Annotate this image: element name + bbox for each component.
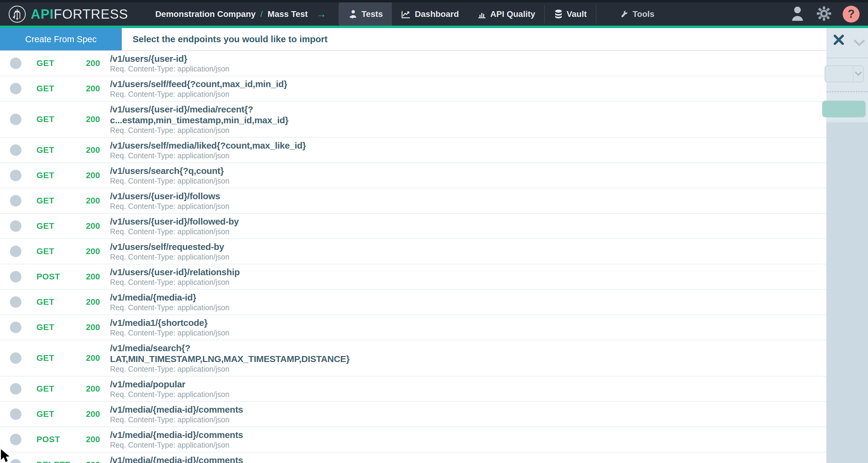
endpoint-row[interactable]: GET 200 /v1/media1/{shortcode} Req. Cont…: [0, 315, 827, 340]
breadcrumb-company[interactable]: Demonstration Company: [155, 9, 255, 19]
panel-select-area: [827, 58, 868, 91]
top-nav-bar: APIFORTRESS Demonstration Company / Mass…: [0, 0, 868, 26]
endpoint-row[interactable]: GET 200 /v1/users/search{?q,count} Req. …: [0, 163, 827, 188]
endpoint-select-radio[interactable]: [10, 58, 22, 69]
endpoint-path: /v1/media/{media-id}/comments: [110, 430, 790, 440]
accent-bar: [0, 26, 868, 28]
endpoint-path: /v1/users/self/feed{?count,max_id,min_id…: [110, 79, 790, 90]
endpoint-method: GET: [36, 221, 54, 231]
endpoint-content-type: Req. Content-Type: application/json: [110, 64, 790, 73]
endpoint-select-radio[interactable]: [10, 246, 22, 257]
endpoint-content-type: Req. Content-Type: application/json: [110, 202, 790, 211]
endpoint-select-radio[interactable]: [10, 144, 22, 156]
tab-dashboard[interactable]: Dashboard: [392, 2, 468, 26]
modal-title: Select the endpoints you would like to i…: [122, 28, 328, 50]
endpoint-content-type: Req. Content-Type: application/json: [110, 415, 790, 424]
endpoint-status-code: 200: [86, 196, 100, 206]
panel-action-button[interactable]: [822, 101, 866, 117]
endpoint-select-radio[interactable]: [10, 195, 22, 207]
tab-dashboard-label: Dashboard: [415, 9, 459, 19]
settings-gear-icon[interactable]: [815, 5, 832, 23]
endpoint-content-type: Req. Content-Type: application/json: [110, 303, 790, 312]
tab-tools-label: Tools: [632, 9, 655, 19]
endpoint-row[interactable]: GET 200 /v1/users/self/media/liked{?coun…: [0, 138, 827, 163]
endpoint-status-code: 200: [86, 384, 100, 394]
main-nav: Tests Dashboard: [338, 2, 663, 26]
header-right-icons: ?: [789, 5, 860, 23]
window-top-edge: [0, 0, 868, 2]
endpoint-row[interactable]: GET 200 /v1/media/{media-id} Req. Conten…: [0, 290, 827, 315]
tab-vault-label: Vault: [567, 9, 587, 19]
endpoint-select-radio[interactable]: [10, 352, 22, 364]
endpoint-row[interactable]: GET 200 /v1/users/{user-id}/media/recent…: [0, 101, 827, 138]
endpoint-path: /v1/media/{media-id}: [110, 292, 790, 303]
endpoint-path: /v1/users/{user-id}/followed-by: [110, 216, 790, 227]
chevron-down-icon[interactable]: [853, 39, 866, 48]
endpoint-select-radio[interactable]: [10, 434, 22, 445]
endpoint-status-code: 200: [86, 59, 100, 68]
endpoint-row[interactable]: GET 200 /v1/users/{user-id}/follows Req.…: [0, 188, 827, 214]
panel-strip-header: [827, 28, 868, 58]
tab-api-quality[interactable]: API Quality: [468, 2, 544, 26]
endpoint-content-type: Req. Content-Type: application/json: [110, 90, 790, 99]
endpoint-status-code: 200: [86, 435, 100, 444]
endpoint-row[interactable]: GET 200 /v1/media/{media-id}/comments Re…: [0, 402, 827, 427]
endpoint-select-radio[interactable]: [10, 170, 22, 181]
endpoint-select-radio[interactable]: [10, 321, 22, 333]
endpoint-status-code: 200: [86, 247, 100, 256]
endpoint-path: /v1/media/{media-id}/comments: [110, 455, 790, 463]
endpoint-content-type: Req. Content-Type: application/json: [110, 126, 790, 135]
tab-tools[interactable]: Tools: [610, 2, 664, 26]
endpoint-row[interactable]: POST 200 /v1/users/{user-id}/relationshi…: [0, 265, 827, 290]
dropdown-chevron-icon: [853, 66, 863, 82]
tab-api-quality-label: API Quality: [490, 9, 535, 19]
endpoint-row[interactable]: GET 200 /v1/users/self/requested-by Req.…: [0, 239, 827, 265]
endpoint-method: GET: [36, 115, 54, 124]
endpoint-content-type: Req. Content-Type: application/json: [110, 440, 790, 450]
breadcrumb-arrow-icon[interactable]: →: [316, 8, 327, 20]
endpoint-method: GET: [36, 59, 54, 68]
endpoint-select-radio[interactable]: [10, 83, 22, 94]
endpoint-path: /v1/media/popular: [110, 379, 790, 390]
dropdown-select[interactable]: [825, 65, 864, 82]
endpoint-content-type: Req. Content-Type: application/json: [110, 176, 790, 185]
endpoint-row[interactable]: GET 200 /v1/media/popular Req. Content-T…: [0, 376, 827, 402]
user-profile-icon[interactable]: [789, 5, 805, 23]
breadcrumb-project[interactable]: Mass Test: [268, 9, 308, 19]
endpoint-method: GET: [36, 384, 54, 394]
endpoint-row[interactable]: DELETE 200 /v1/media/{media-id}/comments…: [0, 453, 827, 463]
endpoint-row[interactable]: GET 200 /v1/users/self/feed{?count,max_i…: [0, 76, 827, 101]
endpoint-path: /v1/users/{user-id}/media/recent{? c...e…: [110, 104, 790, 126]
endpoint-select-radio[interactable]: [10, 114, 22, 125]
endpoint-select-radio[interactable]: [10, 383, 22, 395]
mouse-cursor: [0, 448, 14, 463]
endpoint-status-code: 200: [86, 297, 100, 307]
endpoint-method: GET: [36, 353, 54, 363]
endpoint-select-radio[interactable]: [10, 296, 22, 308]
help-icon[interactable]: ?: [843, 6, 860, 23]
endpoint-select-radio[interactable]: [10, 408, 22, 420]
endpoint-row[interactable]: GET 200 /v1/users/{user-id}/followed-by …: [0, 214, 827, 239]
background-panel-strip: [827, 28, 868, 463]
endpoint-method: GET: [36, 247, 54, 256]
tab-tests-label: Tests: [361, 9, 383, 19]
endpoint-status-code: 200: [86, 115, 100, 124]
apifortress-brand[interactable]: APIFORTRESS: [8, 5, 128, 24]
endpoint-method: GET: [36, 145, 54, 155]
breadcrumb-separator: /: [260, 9, 263, 19]
endpoint-method: GET: [36, 322, 54, 332]
create-from-spec-button[interactable]: Create From Spec: [0, 28, 122, 50]
tools-wrench-icon: [619, 9, 629, 19]
endpoint-status-code: 200: [86, 171, 100, 180]
panel-button-area: [827, 92, 868, 121]
tab-tests[interactable]: Tests: [339, 2, 392, 26]
endpoint-row[interactable]: GET 200 /v1/users/{user-id} Req. Content…: [0, 51, 827, 76]
endpoint-select-radio[interactable]: [10, 220, 22, 232]
endpoint-content-type: Req. Content-Type: application/json: [110, 328, 790, 337]
tab-vault[interactable]: Vault: [545, 2, 596, 26]
endpoint-path: /v1/users/self/requested-by: [110, 242, 790, 252]
close-icon[interactable]: [832, 33, 846, 48]
endpoint-row[interactable]: POST 200 /v1/media/{media-id}/comments R…: [0, 427, 827, 453]
endpoint-row[interactable]: GET 200 /v1/media/search{? LAT,MIN_TIMES…: [0, 340, 827, 376]
endpoint-select-radio[interactable]: [10, 271, 22, 282]
